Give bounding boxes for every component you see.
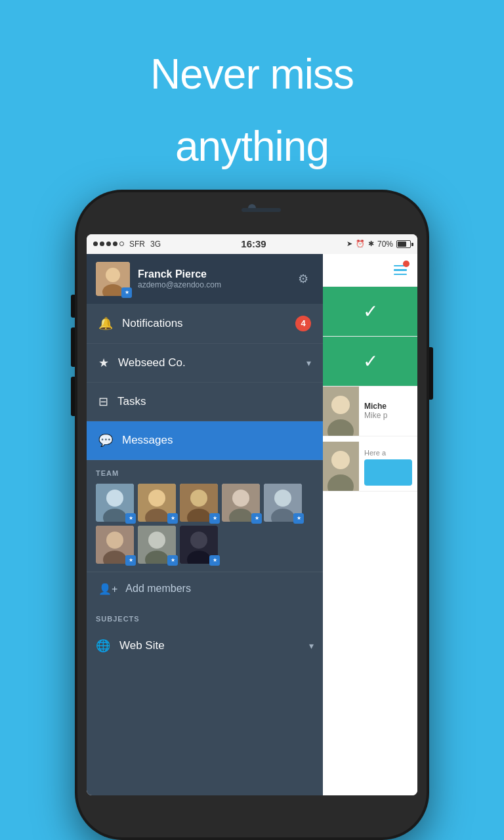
svg-point-13 [232, 490, 249, 507]
checkmark-icon-2: ✓ [363, 350, 378, 372]
task-check-1: ✓ [323, 287, 417, 336]
task-check-2: ✓ [323, 337, 417, 386]
message-body-2: Here a [359, 442, 417, 491]
hero-title: Never miss anything [150, 25, 354, 170]
svg-point-22 [148, 532, 165, 549]
add-members-label: Add members [125, 583, 191, 595]
messages-menu-item[interactable]: 💬 Messages [87, 421, 323, 460]
webseed-menu-item[interactable]: ★ Webseed Co. ▾ [87, 344, 323, 383]
svg-point-1 [106, 268, 120, 282]
task-item-2[interactable]: ✓ [323, 337, 417, 387]
tasks-label: Tasks [117, 395, 311, 408]
task-item-1[interactable]: ✓ [323, 287, 417, 337]
subjects-section-label: SUBJECTS [96, 615, 314, 623]
notifications-label: Notifications [122, 317, 295, 330]
team-member-7[interactable] [138, 526, 176, 564]
profile-name: Franck Pierce [138, 268, 285, 280]
bluetooth-icon: ✱ [368, 240, 374, 248]
hamburger-menu-button[interactable] [390, 259, 411, 280]
app-content: Franck Pierce azdemo@azendoo.com ⚙ 🔔 Not… [87, 254, 417, 795]
add-person-icon: 👤+ [98, 583, 117, 595]
hamburger-line-2 [394, 269, 407, 271]
team-member-5[interactable] [264, 484, 302, 522]
team-avatar-badge-6 [125, 555, 136, 566]
phone-mockup: SFR 3G 16:39 ➤ ⏰ ✱ 70% [75, 190, 429, 840]
svg-point-28 [331, 396, 350, 414]
team-grid [96, 484, 314, 564]
team-member-6[interactable] [96, 526, 134, 564]
sidebar: Franck Pierce azdemo@azendoo.com ⚙ 🔔 Not… [87, 254, 323, 795]
messages-icon: 💬 [98, 433, 113, 448]
battery-icon [396, 240, 411, 248]
location-icon: ➤ [346, 240, 352, 248]
dot-3 [106, 242, 111, 246]
status-left: SFR 3G [93, 240, 161, 249]
globe-icon: 🌐 [96, 639, 110, 653]
right-topbar [323, 254, 417, 287]
message-avatar-2 [323, 442, 359, 491]
svg-point-10 [190, 490, 207, 507]
chevron-down-icon: ▾ [306, 358, 311, 368]
carrier-name: SFR [129, 240, 145, 249]
alarm-icon: ⏰ [356, 240, 365, 248]
msg-sender-1: Miche Mike p [364, 402, 412, 420]
team-member-2[interactable] [138, 484, 176, 522]
volume-down-button [71, 377, 75, 416]
svg-point-25 [190, 532, 207, 549]
team-member-8[interactable] [180, 526, 218, 564]
battery-fill [398, 242, 406, 247]
dot-5 [119, 242, 124, 246]
team-member-1[interactable] [96, 484, 134, 522]
team-section-label: TEAM [96, 469, 314, 477]
signal-strength [93, 242, 124, 246]
svg-point-31 [331, 451, 350, 469]
hamburger-notification-dot [403, 261, 410, 267]
settings-button[interactable]: ⚙ [293, 268, 314, 289]
notification-count-badge: 4 [295, 316, 311, 331]
battery-percent: 70% [377, 240, 393, 249]
mute-button [71, 295, 75, 318]
team-member-4[interactable] [222, 484, 260, 522]
phone-screen: SFR 3G 16:39 ➤ ⏰ ✱ 70% [87, 234, 417, 795]
team-avatar-badge-5 [293, 513, 304, 524]
hero-line1: Never miss [150, 51, 354, 97]
status-time: 16:39 [241, 238, 266, 249]
tasks-icon: ⊟ [98, 394, 108, 409]
profile-email: azdemo@azendoo.com [138, 280, 285, 289]
volume-up-button [71, 327, 75, 367]
svg-point-16 [274, 490, 291, 507]
dot-2 [100, 242, 104, 246]
network-type: 3G [150, 240, 161, 249]
team-member-3[interactable] [180, 484, 218, 522]
power-button [429, 347, 433, 400]
team-avatar-badge-2 [167, 513, 178, 524]
tasks-menu-item[interactable]: ⊟ Tasks [87, 383, 323, 421]
messages-label: Messages [122, 434, 311, 447]
msg-preview-2: Here a [364, 449, 412, 457]
message-item-2[interactable]: Here a [323, 442, 417, 492]
message-avatar-1 [323, 387, 359, 436]
speaker-grille [242, 208, 281, 212]
team-avatar-badge-3 [209, 513, 220, 524]
message-item-1[interactable]: Miche Mike p [323, 387, 417, 436]
avatar-verified-badge [121, 287, 132, 298]
svg-point-7 [148, 490, 165, 507]
webseed-label: Webseed Co. [118, 356, 306, 369]
svg-point-19 [106, 532, 123, 549]
subjects-first-item[interactable]: 🌐 Web Site ▾ [96, 629, 314, 662]
status-bar: SFR 3G 16:39 ➤ ⏰ ✱ 70% [87, 234, 417, 254]
checkmark-icon-1: ✓ [363, 301, 378, 322]
subjects-website-label: Web Site [119, 639, 165, 652]
hamburger-line-3 [394, 274, 407, 276]
hero-line2: anything [150, 123, 354, 169]
dot-4 [113, 242, 117, 246]
subjects-chevron-icon: ▾ [309, 640, 314, 651]
dot-1 [93, 242, 98, 246]
message-body-1: Miche Mike p [359, 387, 417, 436]
add-members-button[interactable]: 👤+ Add members [87, 572, 323, 606]
profile-header[interactable]: Franck Pierce azdemo@azendoo.com ⚙ [87, 254, 323, 304]
msg-avatar-svg-1 [323, 387, 359, 436]
notifications-menu-item[interactable]: 🔔 Notifications 4 [87, 304, 323, 344]
team-avatar-badge-7 [167, 555, 178, 566]
status-right: ➤ ⏰ ✱ 70% [346, 240, 411, 249]
